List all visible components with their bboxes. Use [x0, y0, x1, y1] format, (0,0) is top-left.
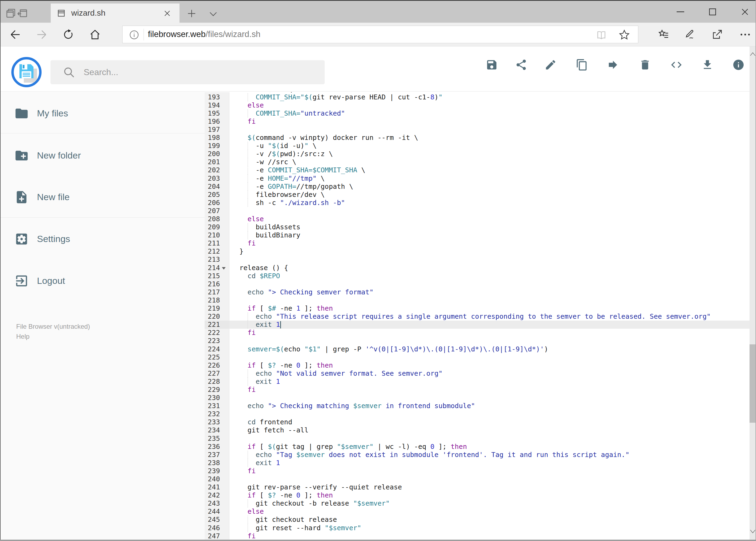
delete-icon[interactable]	[639, 59, 651, 71]
code-line[interactable]: 235	[205, 435, 750, 443]
line-number: 215	[205, 272, 229, 280]
code-line[interactable]: 237 echo "Tag $semver does not exist in …	[205, 451, 750, 459]
code-line[interactable]: 244 else	[205, 507, 750, 516]
filebrowser-logo[interactable]	[11, 57, 42, 87]
fold-arrow-icon[interactable]	[222, 267, 226, 270]
tab-list-chevron-icon[interactable]	[208, 10, 218, 18]
sidebar-item-settings[interactable]: Settings	[0, 224, 205, 254]
help-link[interactable]: Help	[16, 333, 29, 340]
code-line[interactable]: 238 exit 1	[205, 459, 750, 467]
edit-pencil-icon[interactable]	[544, 59, 557, 71]
favorite-star-icon[interactable]	[619, 29, 630, 41]
annotate-pen-icon[interactable]	[684, 29, 695, 40]
code-line[interactable]: 193 COMMIT_SHA="$(git rev-parse HEAD | c…	[205, 93, 750, 101]
code-line[interactable]: 241 git rev-parse --verify --quiet relea…	[205, 483, 750, 491]
code-line[interactable]: 243 git checkout -b release "$semver"	[205, 499, 750, 507]
save-icon[interactable]	[486, 59, 498, 71]
code-line[interactable]: 214release () {	[205, 264, 750, 272]
code-line[interactable]: 222 fi	[205, 329, 750, 337]
code-line[interactable]: 206 sh -c "./wizard.sh -b"	[205, 199, 750, 207]
code-line[interactable]: 224 semver=$(echo "$1" | grep -P '^v(0|[…	[205, 345, 750, 353]
code-line[interactable]: 245 git checkout release	[205, 516, 750, 524]
code-editor[interactable]: 192 if [ $? -eq 0 ]; then193 COMMIT_SHA=…	[205, 92, 750, 540]
share-file-icon[interactable]	[515, 59, 527, 71]
info-icon[interactable]	[732, 59, 745, 71]
code-line[interactable]: 232	[205, 410, 750, 418]
code-line[interactable]: 233 cd frontend	[205, 418, 750, 426]
site-info-icon[interactable]	[129, 30, 139, 40]
code-line[interactable]: 231 echo "> Checking matching $semver in…	[205, 402, 750, 410]
set-aside-tabs-icon[interactable]	[17, 7, 29, 19]
back-icon[interactable]	[10, 29, 21, 40]
home-icon[interactable]	[89, 29, 101, 40]
line-number: 234	[205, 426, 229, 434]
sidebar-item-my-files[interactable]: My files	[0, 99, 205, 128]
move-icon[interactable]	[607, 59, 619, 71]
code-line[interactable]: 213	[205, 256, 750, 264]
hub-favorites-icon[interactable]	[658, 29, 669, 40]
code-line[interactable]: 242 if [ $? -ne 0 ]; then	[205, 491, 750, 499]
tab-close-icon[interactable]	[163, 10, 171, 17]
code-line[interactable]: 246 git reset --hard "$semver"	[205, 524, 750, 532]
code-line[interactable]: 199 -u "$(id -u)" \	[205, 142, 750, 150]
code-line[interactable]: 217 echo "> Checking semver format"	[205, 288, 750, 296]
code-line[interactable]: 218	[205, 296, 750, 304]
code-line[interactable]: 215 cd $REPO	[205, 272, 750, 280]
code-line[interactable]: 221 exit 1	[205, 320, 750, 329]
code-line[interactable]: 210 buildBinary	[205, 231, 750, 239]
forward-icon[interactable]	[36, 29, 47, 40]
scrollbar-thumb[interactable]	[750, 344, 756, 423]
minimize-button[interactable]	[671, 1, 690, 23]
code-line[interactable]: 207	[205, 207, 750, 215]
more-ellipsis-icon[interactable]	[740, 29, 751, 40]
refresh-icon[interactable]	[63, 29, 74, 40]
code-line[interactable]: 197	[205, 126, 750, 134]
code-view-icon[interactable]	[670, 59, 682, 71]
browser-tab[interactable]: wizard.sh	[51, 4, 179, 24]
code-line[interactable]: 226 if [ $? -ne 0 ]; then	[205, 361, 750, 369]
code-line[interactable]: 198 $(command -v winpty) docker run --rm…	[205, 134, 750, 142]
new-tab-icon[interactable]	[187, 9, 196, 18]
code-line[interactable]: 234 git fetch --all	[205, 426, 750, 434]
code-line[interactable]: 239 fi	[205, 467, 750, 475]
maximize-button[interactable]	[703, 1, 722, 23]
code-line[interactable]: 205 filebrowser/dev \	[205, 191, 750, 199]
code-line[interactable]: 219 if [ $# -ne 1 ]; then	[205, 304, 750, 312]
code-line[interactable]: 196 fi	[205, 118, 750, 126]
code-line[interactable]: 201 -w //src \	[205, 158, 750, 166]
code-line[interactable]: 230	[205, 394, 750, 402]
code-line[interactable]: 236 if [ $(git tag | grep "$semver" | wc…	[205, 443, 750, 451]
code-line[interactable]: 229 fi	[205, 386, 750, 394]
code-line[interactable]: 194 else	[205, 101, 750, 109]
code-line[interactable]: 223	[205, 337, 750, 345]
code-line[interactable]: 225	[205, 353, 750, 361]
code-line[interactable]: 208 else	[205, 215, 750, 223]
scroll-up-icon[interactable]	[750, 52, 756, 56]
search-input[interactable]: Search...	[51, 60, 325, 84]
address-bar[interactable]: filebrowser.web/files/wizard.sh	[122, 26, 638, 43]
close-window-button[interactable]	[735, 1, 754, 23]
code-line[interactable]: 211 fi	[205, 239, 750, 248]
code-line[interactable]: 200 -v /$(pwd):/src:z \	[205, 150, 750, 158]
code-line[interactable]: 228 exit 1	[205, 377, 750, 386]
share-icon[interactable]	[711, 29, 723, 40]
scroll-down-icon[interactable]	[750, 529, 756, 534]
code-line[interactable]: 227 echo "Not valid semver format. See s…	[205, 369, 750, 377]
code-line[interactable]: 195 COMMIT_SHA="untracked"	[205, 109, 750, 118]
sidebar-item-logout[interactable]: Logout	[0, 266, 205, 296]
page-scrollbar[interactable]	[750, 46, 756, 540]
sidebar-item-new-file[interactable]: New file	[0, 182, 205, 212]
code-line[interactable]: 220 echo "This release script requires a…	[205, 312, 750, 320]
tabs-preview-icon[interactable]	[5, 7, 17, 19]
code-line[interactable]: 202 -e COMMIT_SHA=$COMMIT_SHA \	[205, 166, 750, 174]
download-icon[interactable]	[701, 59, 714, 71]
copy-icon[interactable]	[576, 59, 588, 71]
code-line[interactable]: 240	[205, 475, 750, 483]
code-line[interactable]: 216	[205, 280, 750, 288]
sidebar-item-new-folder[interactable]: New folder	[0, 141, 205, 171]
code-line[interactable]: 203 -e HOME="//tmp" \	[205, 175, 750, 183]
code-line[interactable]: 212}	[205, 248, 750, 256]
code-line[interactable]: 204 -e GOPATH=//tmp/gopath \	[205, 183, 750, 191]
code-line[interactable]: 209 buildAssets	[205, 223, 750, 231]
code-line[interactable]: 247 fi	[205, 532, 750, 540]
